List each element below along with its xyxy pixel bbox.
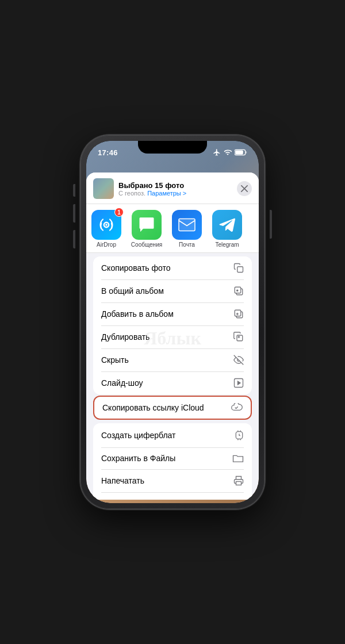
watch-face-text: Создать циферблат xyxy=(101,431,175,440)
phone-frame: 17:46 xyxy=(80,135,264,509)
status-time: 17:46 xyxy=(98,148,118,157)
status-icons xyxy=(213,148,247,156)
header-subtitle-text: С геопоз. xyxy=(118,190,145,197)
svg-rect-21 xyxy=(236,482,241,485)
app-item-messages[interactable]: Сообщения xyxy=(126,210,167,248)
mail-label: Почта xyxy=(179,241,195,248)
svg-rect-10 xyxy=(237,335,243,341)
svg-rect-1 xyxy=(235,151,243,155)
airdrop-label: AirDrop xyxy=(97,241,116,248)
svg-rect-6 xyxy=(237,267,243,273)
messages-label: Сообщения xyxy=(131,241,162,248)
print-icon xyxy=(233,476,244,486)
messages-icon-wrap xyxy=(132,210,162,240)
menu-item-hide[interactable]: Скрыть xyxy=(93,348,252,371)
hide-icon xyxy=(233,355,244,365)
folder-icon xyxy=(232,454,244,463)
copy-photo-text: Скопировать фото xyxy=(101,263,171,273)
app-item-telegram[interactable]: Telegram xyxy=(207,210,247,248)
sheet-overlay: Яблык Выбрано 15 фото С геопоз. Параметр… xyxy=(86,172,259,503)
slideshow-text: Слайд-шоу xyxy=(101,378,143,388)
cloud-link-icon xyxy=(231,403,243,412)
power-button[interactable] xyxy=(270,210,272,239)
menu-section-2: Создать циферблат xyxy=(93,423,252,500)
save-files-text: Сохранить в Файлы xyxy=(101,454,175,463)
mail-symbol xyxy=(178,218,195,232)
watch-icon xyxy=(235,430,244,441)
telegram-icon xyxy=(212,210,242,240)
menu-item-slideshow[interactable]: Слайд-шоу xyxy=(93,371,252,394)
svg-point-8 xyxy=(237,290,238,291)
menu-item-print[interactable]: Напечатать xyxy=(93,469,252,492)
slideshow-icon xyxy=(233,378,244,388)
wifi-icon xyxy=(224,148,232,156)
messages-symbol xyxy=(138,217,155,233)
volume-down-button[interactable] xyxy=(73,230,75,248)
svg-rect-2 xyxy=(246,151,247,154)
menu-item-add-album[interactable]: Добавить в альбом xyxy=(93,302,252,325)
scrollshot-icon: P xyxy=(235,499,244,500)
header-params-link[interactable]: Параметры > xyxy=(147,190,186,197)
close-button[interactable] xyxy=(237,181,252,196)
close-icon xyxy=(241,185,248,192)
header-title: Выбрано 15 фото xyxy=(118,181,232,190)
messages-icon xyxy=(132,210,162,240)
svg-rect-5 xyxy=(179,219,195,231)
menu-item-copy-photo[interactable]: Скопировать фото xyxy=(93,256,252,279)
svg-marker-13 xyxy=(238,381,241,385)
notch xyxy=(138,141,207,154)
share-sheet: Яблык Выбрано 15 фото С геопоз. Параметр… xyxy=(86,172,259,500)
mail-icon xyxy=(172,210,202,240)
screen-content: 17:46 xyxy=(86,141,259,503)
airplane-icon xyxy=(213,148,221,156)
print-text: Напечатать xyxy=(101,476,144,485)
menu-item-scrollshot[interactable]: Create Scrollshot P xyxy=(93,492,252,500)
airdrop-badge: 1 xyxy=(114,208,124,217)
duplicate-icon xyxy=(233,332,244,342)
battery-icon xyxy=(235,149,247,156)
menu-item-save-files[interactable]: Сохранить в Файлы xyxy=(93,447,252,469)
add-album-text: Добавить в альбом xyxy=(101,309,174,319)
duplicate-text: Дублировать xyxy=(101,332,150,342)
svg-text:P: P xyxy=(235,499,240,500)
telegram-symbol xyxy=(219,217,235,233)
menu-item-shared-album[interactable]: В общий альбом xyxy=(93,279,252,302)
telegram-label: Telegram xyxy=(215,241,239,248)
menu-item-watch-face[interactable]: Создать циферблат xyxy=(93,423,252,447)
mail-icon-wrap xyxy=(172,210,202,240)
shared-album-icon xyxy=(233,286,244,296)
sheet-header: Выбрано 15 фото С геопоз. Параметры > xyxy=(86,172,259,204)
menu-section: Скопировать фото В общий альбом xyxy=(93,256,252,394)
shared-album-text: В общий альбом xyxy=(101,286,164,296)
menu-item-duplicate[interactable]: Дублировать xyxy=(93,325,252,348)
svg-line-20 xyxy=(239,435,240,436)
copy-photo-icon xyxy=(233,263,244,273)
airdrop-symbol xyxy=(98,216,115,233)
icloud-link-text: Скопировать ссылку iCloud xyxy=(102,403,204,412)
mute-button[interactable] xyxy=(73,184,75,197)
thumbnail xyxy=(93,178,114,199)
svg-point-4 xyxy=(105,224,108,226)
hide-text: Скрыть xyxy=(101,355,129,365)
svg-rect-9 xyxy=(235,310,241,316)
app-item-airdrop[interactable]: 1 AirDrop xyxy=(86,210,126,248)
menu-item-icloud-link[interactable]: Скопировать ссылку iCloud xyxy=(94,397,251,419)
phone-screen: 17:46 xyxy=(86,141,259,503)
volume-up-button[interactable] xyxy=(73,204,75,223)
airdrop-icon-wrap: 1 xyxy=(91,210,121,240)
header-subtitle: С геопоз. Параметры > xyxy=(118,190,232,197)
add-album-icon xyxy=(233,309,244,319)
telegram-icon-wrap xyxy=(212,210,242,240)
app-row: 1 AirDrop xyxy=(86,204,259,253)
header-text: Выбрано 15 фото С геопоз. Параметры > xyxy=(118,181,232,197)
app-item-mail[interactable]: Почта xyxy=(167,210,207,248)
